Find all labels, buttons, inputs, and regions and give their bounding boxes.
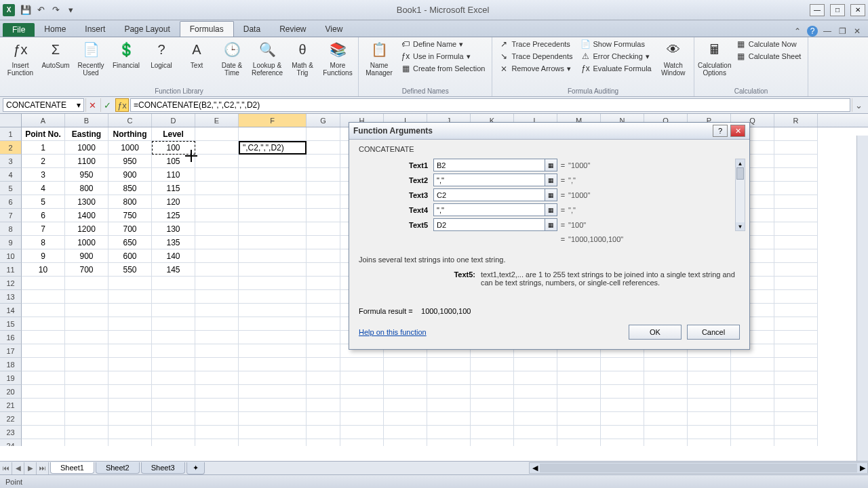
cell-F24[interactable] [239, 439, 307, 446]
cell-E4[interactable] [195, 168, 239, 182]
cell-G24[interactable] [307, 439, 340, 446]
cell-C5[interactable]: 850 [108, 182, 152, 195]
row-head-14[interactable]: 14 [0, 304, 22, 317]
scroll-thumb[interactable] [736, 167, 744, 180]
hscroll-thumb[interactable] [540, 464, 857, 472]
cell-C16[interactable] [108, 331, 152, 344]
cell-F7[interactable] [239, 209, 307, 222]
cell-N18[interactable] [601, 358, 644, 371]
cell-D24[interactable] [152, 439, 195, 446]
cell-H20[interactable] [340, 385, 384, 399]
cell-N19[interactable] [601, 371, 644, 385]
date-time-button[interactable]: 🕒 Date & Time [216, 39, 248, 77]
cell-E22[interactable] [195, 412, 239, 426]
cell-J18[interactable] [427, 358, 471, 371]
cell-R11[interactable] [774, 263, 818, 277]
sheet-tab-1[interactable]: Sheet1 [50, 462, 94, 474]
cell-F11[interactable] [239, 263, 307, 277]
cell-R19[interactable] [774, 371, 818, 385]
cell-F19[interactable] [239, 371, 307, 385]
cell-G1[interactable] [307, 127, 340, 141]
arg-input-4[interactable] [433, 218, 545, 231]
cell-I24[interactable] [384, 439, 427, 446]
doc-restore-icon[interactable]: ❐ [837, 26, 848, 37]
cell-J23[interactable] [427, 426, 471, 439]
cell-R23[interactable] [774, 426, 818, 439]
text-button[interactable]: A Text [180, 39, 213, 69]
cell-R24[interactable] [774, 439, 818, 446]
cell-G22[interactable] [307, 412, 340, 426]
cell-K21[interactable] [471, 399, 514, 412]
cell-P22[interactable] [688, 412, 731, 426]
cell-R20[interactable] [774, 385, 818, 399]
cell-E3[interactable] [195, 155, 239, 168]
cell-G14[interactable] [307, 304, 340, 317]
save-icon[interactable]: 💾 [20, 5, 31, 16]
cell-A16[interactable] [22, 331, 65, 344]
cell-F16[interactable] [239, 331, 307, 344]
cell-B6[interactable]: 1300 [65, 195, 108, 209]
cell-G2[interactable] [307, 141, 340, 155]
cell-B14[interactable] [65, 304, 108, 317]
cell-H24[interactable] [340, 439, 384, 446]
row-head-24[interactable]: 24 [0, 439, 22, 446]
cell-R6[interactable] [774, 195, 818, 209]
remove-arrows-button[interactable]: ⨯Remove Arrows ▾ [496, 63, 575, 74]
cell-G7[interactable] [307, 209, 340, 222]
row-head-17[interactable]: 17 [0, 344, 22, 358]
cell-G23[interactable] [307, 426, 340, 439]
arg-ref-button-3[interactable]: ▦ [545, 203, 557, 216]
cell-B12[interactable] [65, 277, 108, 290]
cell-B20[interactable] [65, 385, 108, 399]
cell-C18[interactable] [108, 358, 152, 371]
cell-D13[interactable] [152, 290, 195, 304]
error-checking-button[interactable]: ⚠Error Checking ▾ [578, 51, 654, 62]
cell-I23[interactable] [384, 426, 427, 439]
cell-B9[interactable]: 1000 [65, 236, 108, 249]
cell-B23[interactable] [65, 426, 108, 439]
cell-E1[interactable] [195, 127, 239, 141]
cell-F21[interactable] [239, 399, 307, 412]
cell-D18[interactable] [152, 358, 195, 371]
cell-F4[interactable] [239, 168, 307, 182]
row-head-20[interactable]: 20 [0, 385, 22, 399]
calculation-options-button[interactable]: 🖩 Calculation Options [698, 39, 731, 77]
ok-button[interactable]: OK [629, 325, 682, 340]
cell-M20[interactable] [557, 385, 601, 399]
cell-H19[interactable] [340, 371, 384, 385]
cell-A6[interactable]: 5 [22, 195, 65, 209]
cell-O22[interactable] [644, 412, 688, 426]
enter-icon[interactable]: ✓ [100, 98, 114, 112]
cell-A14[interactable] [22, 304, 65, 317]
cell-E20[interactable] [195, 385, 239, 399]
row-head-16[interactable]: 16 [0, 331, 22, 344]
evaluate-formula-button[interactable]: ƒxEvaluate Formula [578, 63, 654, 74]
doc-minimize-icon[interactable]: — [822, 26, 833, 37]
cell-G3[interactable] [307, 155, 340, 168]
cell-F22[interactable] [239, 412, 307, 426]
cell-D6[interactable]: 120 [152, 195, 195, 209]
cell-R15[interactable] [774, 317, 818, 331]
cell-C23[interactable] [108, 426, 152, 439]
cell-M23[interactable] [557, 426, 601, 439]
sheet-tab-3[interactable]: Sheet3 [141, 462, 185, 474]
define-name-button[interactable]: 🏷Define Name ▾ [398, 39, 488, 49]
help-link[interactable]: Help on this function [359, 328, 427, 336]
insert-function-button[interactable]: ƒx Insert Function [4, 39, 37, 77]
more-functions-button[interactable]: 📚 More Functions [321, 39, 354, 77]
row-head-6[interactable]: 6 [0, 195, 22, 209]
cell-R16[interactable] [774, 331, 818, 344]
cell-N22[interactable] [601, 412, 644, 426]
cell-G8[interactable] [307, 222, 340, 236]
cell-Q22[interactable] [731, 412, 774, 426]
cell-F8[interactable] [239, 222, 307, 236]
cell-N24[interactable] [601, 439, 644, 446]
select-all-corner[interactable] [0, 114, 22, 127]
cell-Q24[interactable] [731, 439, 774, 446]
cell-A4[interactable]: 3 [22, 168, 65, 182]
cell-E7[interactable] [195, 209, 239, 222]
cell-M24[interactable] [557, 439, 601, 446]
cell-L23[interactable] [514, 426, 557, 439]
cell-O24[interactable] [644, 439, 688, 446]
arg-input-2[interactable] [433, 188, 545, 201]
